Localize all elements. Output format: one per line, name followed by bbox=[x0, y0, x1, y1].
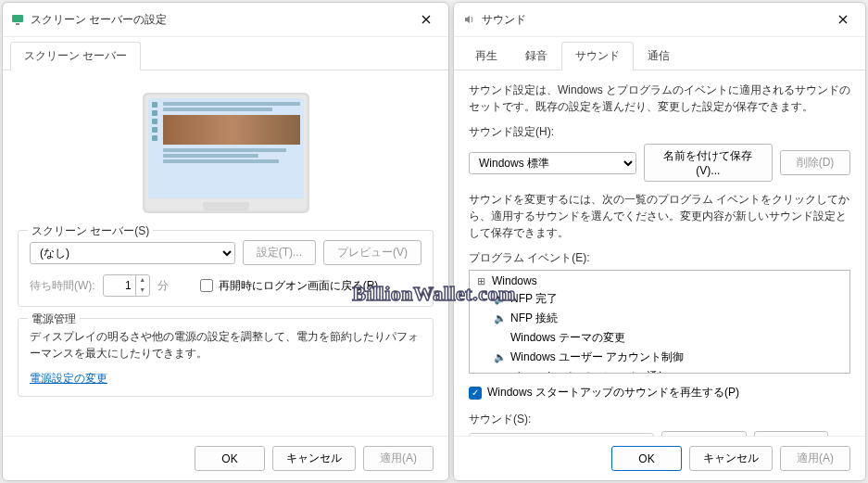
resume-logon-checkbox[interactable] bbox=[200, 279, 213, 292]
power-group: 電源管理 ディスプレイの明るさや他の電源の設定を調整して、電力を節約したりパフォ… bbox=[18, 318, 434, 397]
group-label: スクリーン セーバー(S) bbox=[28, 223, 153, 239]
sound-settings-window: サウンド 再生 録音 サウンド 通信 サウンド設定は、Windows とプログラ… bbox=[453, 2, 866, 481]
tab-screensaver[interactable]: スクリーン セーバー bbox=[10, 42, 141, 70]
wait-spinner[interactable]: ▲▼ bbox=[103, 274, 150, 297]
screensaver-group: スクリーン セーバー(S) (なし) 設定(T)... プレビュー(V) 待ち時… bbox=[18, 230, 434, 307]
titlebar: サウンド bbox=[454, 3, 865, 37]
events-label: プログラム イベント(E): bbox=[469, 250, 850, 266]
list-item[interactable]: 🔈NFP 完了 bbox=[470, 289, 849, 309]
events-description: サウンドを変更するには、次の一覧のプログラム イベントをクリックしてから、適用す… bbox=[469, 191, 850, 241]
speaker-icon: 🔈 bbox=[494, 371, 505, 374]
close-button[interactable] bbox=[411, 8, 441, 31]
power-description: ディスプレイの明るさや他の電源の設定を調整して、電力を節約したりパフォーマンスを… bbox=[30, 328, 421, 362]
tab-playback[interactable]: 再生 bbox=[461, 42, 511, 70]
list-item-label: Windows bbox=[492, 274, 537, 287]
wait-input[interactable] bbox=[104, 275, 135, 296]
sound-icon bbox=[461, 12, 476, 27]
list-item[interactable]: 🔈Windows ユーザー アカウント制御 bbox=[470, 348, 849, 367]
tab-recording[interactable]: 録音 bbox=[511, 42, 561, 70]
apply-button[interactable]: 適用(A) bbox=[363, 446, 434, 471]
power-settings-link[interactable]: 電源設定の変更 bbox=[30, 372, 107, 385]
screensaver-select[interactable]: (なし) bbox=[30, 242, 235, 264]
list-item-root[interactable]: ⊞ Windows bbox=[470, 273, 849, 289]
ok-button[interactable]: OK bbox=[195, 446, 265, 471]
tab-strip: 再生 録音 サウンド 通信 bbox=[454, 41, 865, 70]
speaker-icon: 🔈 bbox=[494, 312, 505, 324]
minutes-label: 分 bbox=[157, 278, 169, 294]
content-area: スクリーン セーバー(S) (なし) 設定(T)... プレビュー(V) 待ち時… bbox=[3, 70, 448, 436]
window-title: スクリーン セーバーの設定 bbox=[31, 12, 411, 28]
sound-file-select[interactable]: (なし) bbox=[469, 433, 654, 437]
sound-scheme-select[interactable]: Windows 標準 bbox=[469, 152, 636, 174]
svg-rect-1 bbox=[16, 23, 19, 25]
sound-description: サウンド設定は、Windows とプログラムのイベントに適用されるサウンドのセッ… bbox=[469, 82, 850, 115]
list-item[interactable]: 🔈インスタント メッセージの通知 bbox=[470, 367, 849, 374]
program-events-listbox[interactable]: ⊞ Windows 🔈NFP 完了 🔈NFP 接続 Windows テーマの変更… bbox=[469, 270, 850, 374]
power-group-label: 電源管理 bbox=[28, 311, 80, 327]
list-item-label: Windows ユーザー アカウント制御 bbox=[510, 350, 684, 365]
settings-button[interactable]: 設定(T)... bbox=[243, 240, 316, 265]
list-item[interactable]: Windows テーマの変更 bbox=[470, 328, 849, 348]
window-title: サウンド bbox=[482, 12, 828, 28]
scheme-label: サウンド設定(H): bbox=[469, 124, 850, 140]
titlebar: スクリーン セーバーの設定 bbox=[3, 3, 448, 37]
resume-logon-label: 再開時にログオン画面に戻る(R) bbox=[219, 278, 379, 294]
tab-communications[interactable]: 通信 bbox=[634, 42, 684, 70]
cancel-button[interactable]: キャンセル bbox=[272, 446, 356, 471]
ok-button[interactable]: OK bbox=[611, 446, 682, 471]
content-area: サウンド設定は、Windows とプログラムのイベントに適用されるサウンドのセッ… bbox=[454, 70, 865, 436]
list-item-label: インスタント メッセージの通知 bbox=[510, 369, 669, 374]
speaker-icon: 🔈 bbox=[494, 351, 505, 363]
preview-button[interactable]: プレビュー(V) bbox=[323, 240, 421, 265]
windows-icon: ⊞ bbox=[475, 275, 486, 287]
wait-label: 待ち時間(W): bbox=[30, 278, 95, 294]
list-item-label: NFP 完了 bbox=[510, 291, 558, 307]
cancel-button[interactable]: キャンセル bbox=[689, 446, 773, 471]
spinner-down-icon[interactable]: ▼ bbox=[136, 286, 149, 296]
startup-sound-checkbox[interactable]: ✓ bbox=[469, 387, 482, 400]
saveas-button[interactable]: 名前を付けて保存(V)... bbox=[644, 144, 773, 182]
close-button[interactable] bbox=[828, 8, 858, 31]
dialog-footer: OK キャンセル 適用(A) bbox=[454, 436, 865, 480]
list-item-label: NFP 接続 bbox=[510, 311, 558, 326]
apply-button[interactable]: 適用(A) bbox=[780, 446, 850, 471]
monitor-preview bbox=[18, 93, 434, 213]
delete-button[interactable]: 削除(D) bbox=[780, 150, 850, 175]
list-item-label: Windows テーマの変更 bbox=[510, 330, 625, 346]
startup-sound-label: Windows スタートアップのサウンドを再生する(P) bbox=[487, 385, 739, 400]
sound-select-label: サウンド(S): bbox=[469, 412, 850, 427]
tab-strip: スクリーン セーバー bbox=[3, 41, 448, 70]
dialog-footer: OK キャンセル 適用(A) bbox=[3, 436, 448, 480]
svg-rect-0 bbox=[12, 15, 23, 22]
spinner-up-icon[interactable]: ▲ bbox=[136, 275, 149, 286]
list-item[interactable]: 🔈NFP 接続 bbox=[470, 309, 849, 328]
screensaver-icon bbox=[10, 12, 25, 27]
speaker-icon: 🔈 bbox=[494, 293, 505, 305]
tab-sounds[interactable]: サウンド bbox=[561, 42, 634, 70]
screensaver-settings-window: スクリーン セーバーの設定 スクリーン セーバー bbox=[2, 2, 449, 481]
